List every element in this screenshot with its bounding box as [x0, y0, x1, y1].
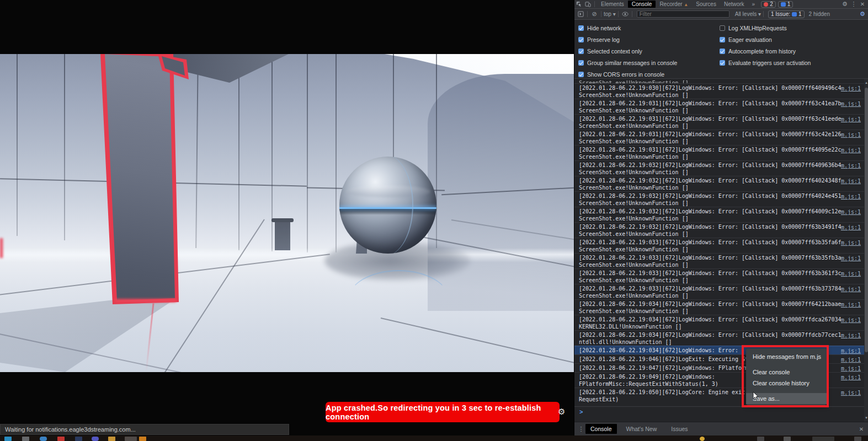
taskbar-folder-icon[interactable] [108, 437, 115, 441]
source-link[interactable]: m.js:1 [841, 301, 861, 308]
source-link[interactable]: m.js:1 [841, 178, 861, 185]
drawer-tab-console[interactable]: Console [585, 424, 617, 434]
log-row[interactable]: [2022.01.28-06.22.19:031][672]LogWindows… [574, 99, 864, 114]
source-link[interactable]: m.js:1 [841, 316, 861, 324]
source-link[interactable]: m.js:1 [841, 162, 861, 169]
tab-recorder[interactable]: Recorder ▲ [656, 1, 692, 8]
setting-autocomplete-from-history[interactable]: Autocomplete from history [720, 47, 796, 55]
tray-icon[interactable] [757, 437, 764, 441]
live-expression-eye-icon[interactable] [621, 10, 630, 18]
log-row[interactable]: [2022.01.28-06.22.19:030][672]LogWindows… [574, 83, 864, 99]
checkbox-icon[interactable] [720, 25, 725, 31]
drawer-tab-issues[interactable]: Issues [666, 424, 693, 434]
source-link[interactable]: m.js:1 [841, 85, 861, 92]
tray-icon[interactable] [784, 437, 791, 441]
source-link[interactable]: m.js:1 [841, 116, 861, 123]
setting-show-cors-errors-in-console[interactable]: Show CORS errors in console [578, 71, 664, 78]
log-row[interactable]: [2022.01.28-06.22.19:033][672]LogWindows… [574, 238, 864, 253]
drawer-tab-whats-new[interactable]: What's New [621, 424, 662, 434]
taskbar-app-icon[interactable] [40, 437, 47, 441]
setting-hide-network[interactable]: Hide network [578, 24, 621, 32]
console-sidebar-toggle-icon[interactable] [576, 10, 585, 18]
log-row[interactable]: [2022.01.28-06.22.19:034][672]LogWindows… [574, 315, 864, 330]
source-link[interactable]: m.js:1 [841, 131, 861, 138]
checkbox-icon[interactable] [578, 25, 584, 31]
taskbar-app-icon[interactable] [92, 437, 99, 441]
device-toolbar-icon[interactable] [583, 1, 592, 8]
log-row[interactable]: [2022.01.28-06.22.19:034][672]LogWindows… [574, 299, 864, 315]
tab-elements[interactable]: Elements [597, 1, 628, 8]
source-link[interactable]: m.js:1 [841, 208, 861, 216]
source-link[interactable]: m.js:1 [841, 224, 861, 231]
setting-eager-evaluation[interactable]: Eager evaluation [720, 36, 772, 44]
console-settings-gear-icon[interactable]: ⚙ [858, 10, 867, 18]
context-menu-item-clear-console[interactable]: Clear console [746, 367, 827, 378]
source-link[interactable]: m.js:1 [841, 147, 861, 154]
log-row[interactable]: [2022.01.28-06.22.19:033][672]LogWindows… [574, 284, 864, 299]
tray-clock[interactable] [812, 437, 834, 441]
log-row[interactable]: [2022.01.28-06.22.19:032][672]LogWindows… [574, 207, 864, 222]
source-link[interactable]: m.js:1 [841, 100, 861, 107]
settings-gear-icon[interactable]: ⚙ [558, 407, 565, 417]
source-link[interactable]: m.js:1 [841, 347, 861, 354]
log-row[interactable]: [2022.01.28-06.22.19:032][672]LogWindows… [574, 176, 864, 191]
setting-log-xmlhttprequests[interactable]: Log XMLHttpRequests [720, 24, 787, 32]
console-filter-input[interactable] [637, 10, 729, 18]
setting-group-similar-messages-in-console[interactable]: Group similar messages in console [578, 59, 677, 67]
checkbox-icon[interactable] [578, 72, 584, 77]
clear-console-icon[interactable]: ⊘ [590, 10, 599, 18]
tray-icon[interactable] [854, 437, 861, 441]
source-link[interactable]: m.js:1 [841, 239, 861, 246]
checkbox-icon[interactable] [720, 60, 725, 66]
tab-sources[interactable]: Sources [692, 1, 720, 8]
source-link[interactable]: m.js:1 [841, 356, 861, 363]
source-link[interactable]: m.js:1 [841, 365, 861, 372]
scrollbar-thumb[interactable] [865, 88, 868, 352]
source-link[interactable]: m.js:1 [841, 255, 861, 262]
console-prompt[interactable]: > [574, 406, 864, 422]
windows-taskbar[interactable] [0, 435, 868, 441]
log-row[interactable]: [2022.01.28-06.22.19:034][672]LogWindows… [574, 330, 864, 346]
tray-weather-icon[interactable] [700, 437, 705, 441]
checkbox-icon[interactable] [578, 37, 584, 42]
source-link[interactable]: m.js:1 [841, 389, 861, 396]
inspect-element-icon[interactable] [574, 1, 583, 8]
3d-scene-viewport[interactable] [0, 54, 574, 372]
taskbar-app-icon[interactable] [139, 437, 146, 441]
taskbar-windows-icon[interactable] [4, 437, 12, 441]
source-link[interactable]: m.js:1 [841, 286, 861, 293]
drawer-close-icon[interactable]: ✕ [857, 425, 866, 433]
devtools-menu-dots-icon[interactable]: ⋮ [849, 1, 858, 8]
taskbar-active-app[interactable] [125, 437, 137, 441]
context-selector[interactable]: top ▾ [604, 11, 616, 17]
taskbar-app-icon[interactable] [57, 437, 65, 441]
context-menu-item-clear-console-history[interactable]: Clear console history [746, 378, 827, 389]
source-link[interactable]: m.js:1 [841, 193, 861, 200]
log-row[interactable]: [2022.01.28-06.22.19:032][672]LogWindows… [574, 222, 864, 238]
setting-evaluate-triggers-user-activation[interactable]: Evaluate triggers user activation [720, 59, 811, 67]
taskbar-app-icon[interactable] [22, 437, 29, 441]
issues-counter[interactable]: 1 Issue: 1 [768, 10, 805, 18]
context-menu-item-hide-messages-from-m-js[interactable]: Hide messages from m.js [746, 351, 827, 362]
log-row[interactable]: [2022.01.28-06.22.19:031][672]LogWindows… [574, 114, 864, 130]
source-link[interactable]: m.js:1 [841, 270, 861, 277]
console-scrollbar[interactable]: ▲ ▼ [864, 79, 868, 422]
checkbox-icon[interactable] [720, 49, 725, 54]
message-count-badge[interactable]: 1 [778, 1, 794, 8]
tab-console[interactable]: Console [628, 1, 656, 8]
stream-viewer[interactable]: App crashed.So redirecting you in 3 sec … [0, 0, 574, 435]
checkbox-icon[interactable] [578, 49, 584, 54]
log-row[interactable]: [2022.01.28-06.22.19:032][672]LogWindows… [574, 191, 864, 207]
tab-network[interactable]: Network [720, 1, 748, 8]
checkbox-icon[interactable] [720, 37, 725, 42]
checkbox-icon[interactable] [578, 60, 584, 66]
error-count-badge[interactable]: 2 [761, 1, 776, 8]
source-link[interactable]: m.js:1 [841, 374, 861, 381]
devtools-settings-gear-icon[interactable]: ⚙ [840, 1, 849, 8]
setting-preserve-log[interactable]: Preserve log [578, 36, 620, 44]
devtools-close-icon[interactable]: ✕ [858, 1, 867, 8]
scroll-down-icon[interactable]: ▼ [864, 416, 868, 420]
setting-selected-context-only[interactable]: Selected context only [578, 47, 642, 55]
log-levels-dropdown[interactable]: All levels ▾ [735, 11, 761, 17]
source-link[interactable]: m.js:1 [841, 332, 861, 339]
